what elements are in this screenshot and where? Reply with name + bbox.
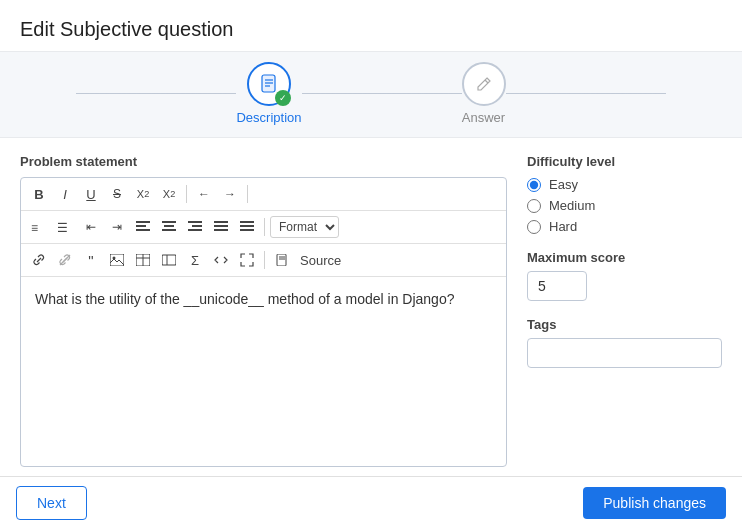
table-icon (136, 254, 150, 266)
right-panel: Difficulty level Easy Medium Hard Maximu… (527, 154, 722, 470)
svg-rect-17 (214, 229, 228, 231)
fullscreen-icon (240, 253, 254, 267)
justify-button[interactable] (209, 215, 233, 239)
blockquote-icon (240, 221, 254, 233)
difficulty-section: Difficulty level Easy Medium Hard (527, 154, 722, 234)
footer: Next Publish changes (0, 476, 742, 528)
svg-rect-27 (162, 255, 176, 265)
ol-icon: ≡ (31, 219, 47, 235)
toolbar-row-2: ≡ ☰ ⇤ ⇥ (21, 211, 506, 244)
answer-icon (474, 74, 494, 94)
superscript-button[interactable]: X2 (157, 182, 181, 206)
score-title: Maximum score (527, 250, 722, 265)
link-button[interactable] (27, 248, 51, 272)
unlink-icon (58, 253, 72, 267)
blockquote-button[interactable] (235, 215, 259, 239)
italic-button[interactable]: I (53, 182, 77, 206)
svg-rect-9 (162, 221, 176, 223)
redo-button[interactable]: → (218, 182, 242, 206)
svg-rect-14 (188, 229, 202, 231)
toolbar-sep-1 (186, 185, 187, 203)
page-header: Edit Subjective question (0, 0, 742, 51)
difficulty-medium[interactable]: Medium (527, 198, 722, 213)
editor-box: B I U S X2 X2 ← → ≡ ☰ ⇤ ⇥ (20, 177, 507, 467)
align-left-button[interactable] (131, 215, 155, 239)
svg-rect-18 (240, 221, 254, 223)
svg-rect-7 (136, 225, 146, 227)
subscript-button[interactable]: X2 (131, 182, 155, 206)
svg-rect-11 (162, 229, 176, 231)
toolbar-row-1: B I U S X2 X2 ← → (21, 178, 506, 211)
score-input[interactable] (527, 271, 587, 301)
source-icon-btn[interactable] (270, 248, 294, 272)
svg-rect-16 (214, 225, 228, 227)
undo-button[interactable]: ← (192, 182, 216, 206)
toolbar-sep-3 (264, 218, 265, 236)
score-section: Maximum score (527, 250, 722, 301)
ordered-list-button[interactable]: ≡ (27, 215, 51, 239)
tags-input[interactable] (527, 338, 722, 368)
next-button[interactable]: Next (16, 486, 87, 520)
difficulty-hard[interactable]: Hard (527, 219, 722, 234)
image-icon (110, 254, 124, 266)
svg-rect-6 (136, 221, 150, 223)
step-answer-label: Answer (462, 110, 505, 125)
strikethrough-button[interactable]: S (105, 182, 129, 206)
table-button[interactable] (131, 248, 155, 272)
code-button[interactable] (209, 248, 233, 272)
section-label: Problem statement (20, 154, 507, 169)
unordered-list-button[interactable]: ☰ (53, 215, 77, 239)
svg-rect-29 (277, 254, 286, 266)
formula-button[interactable]: Σ (183, 248, 207, 272)
step-answer[interactable]: Answer (462, 62, 506, 125)
svg-rect-10 (164, 225, 174, 227)
radio-hard[interactable] (527, 220, 541, 234)
toolbar-sep-2 (247, 185, 248, 203)
quote-button[interactable]: " (79, 248, 103, 272)
bold-button[interactable]: B (27, 182, 51, 206)
toolbar-row-3: " Σ (21, 244, 506, 277)
step-description[interactable]: ✓ Description (236, 62, 301, 125)
publish-button[interactable]: Publish changes (583, 487, 726, 519)
align-right-button[interactable] (183, 215, 207, 239)
fullscreen-button[interactable] (235, 248, 259, 272)
svg-rect-20 (240, 229, 254, 231)
embed-icon (162, 253, 176, 267)
image-button[interactable] (105, 248, 129, 272)
svg-rect-19 (240, 225, 254, 227)
svg-rect-12 (188, 221, 202, 223)
indent-increase-button[interactable]: ⇥ (105, 215, 129, 239)
toolbar-sep-4 (264, 251, 265, 269)
svg-rect-8 (136, 229, 150, 231)
format-select[interactable]: Format (270, 216, 339, 238)
svg-text:≡: ≡ (31, 221, 38, 235)
justify-icon (214, 221, 228, 233)
stepper: ✓ Description Answer (0, 51, 742, 138)
editor-content[interactable]: What is the utility of the __unicode__ m… (21, 277, 506, 322)
radio-medium[interactable] (527, 199, 541, 213)
completed-badge: ✓ (275, 90, 291, 106)
embed-button[interactable] (157, 248, 181, 272)
difficulty-easy[interactable]: Easy (527, 177, 722, 192)
radio-easy[interactable] (527, 178, 541, 192)
align-center-button[interactable] (157, 215, 181, 239)
svg-text:☰: ☰ (57, 221, 68, 235)
svg-rect-22 (110, 254, 124, 266)
align-right-icon (188, 221, 202, 233)
align-center-icon (162, 221, 176, 233)
source-file-icon (276, 254, 288, 266)
svg-rect-15 (214, 221, 228, 223)
step-description-label: Description (236, 110, 301, 125)
difficulty-radio-group: Easy Medium Hard (527, 177, 722, 234)
tags-title: Tags (527, 317, 722, 332)
source-button[interactable]: Source (296, 248, 345, 272)
link-icon (32, 253, 46, 267)
ul-icon: ☰ (57, 219, 73, 235)
page-title: Edit Subjective question (20, 18, 722, 41)
svg-rect-13 (192, 225, 202, 227)
unlink-button[interactable] (53, 248, 77, 272)
align-left-icon (136, 221, 150, 233)
tags-section: Tags (527, 317, 722, 368)
indent-decrease-button[interactable]: ⇤ (79, 215, 103, 239)
underline-button[interactable]: U (79, 182, 103, 206)
